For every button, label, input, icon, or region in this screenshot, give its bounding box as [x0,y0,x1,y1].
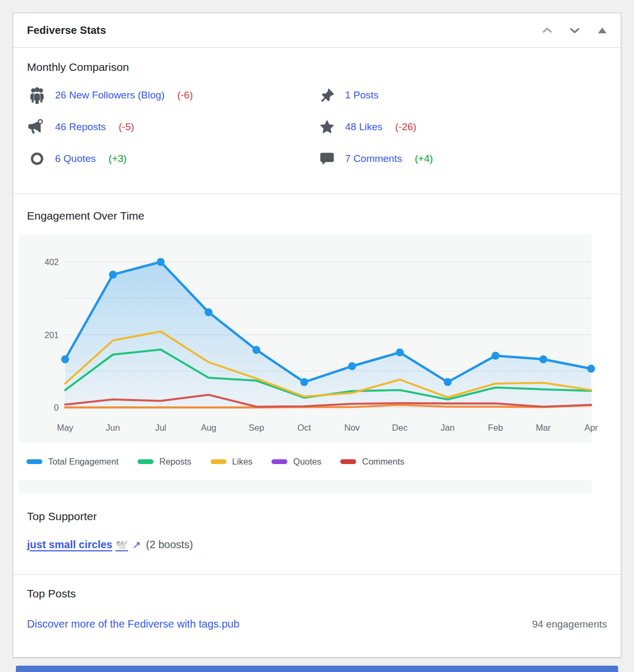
top-posts-section: Top Posts Discover more of the Fediverse… [13,574,621,630]
monthly-comparison-heading: Monthly Comparison [27,59,607,75]
groups-icon [27,86,47,105]
up-chevron-icon [542,28,553,33]
quotes-link[interactable]: 6 Quotes [55,153,96,165]
down-chevron-icon [569,28,580,33]
svg-text:402: 402 [44,258,59,267]
monthly-comparison-section: Monthly Comparison 26 New Followers (Blo… [13,48,621,194]
legend-item-reposts[interactable]: Reposts [138,457,192,467]
collapse-triangle-icon [598,28,606,33]
boost-count: (2 boosts) [146,539,193,551]
svg-text:Nov: Nov [345,423,360,432]
dove-emoji: 🕊️ [115,539,128,550]
circle-icon [27,151,47,167]
stat-quotes: 6 Quotes (+3) [27,148,317,169]
top-supporter-section: Top Supporter just small circles🕊️ ↗ (2 … [13,494,621,574]
svg-text:Jan: Jan [441,423,455,432]
svg-text:Apr: Apr [584,423,598,432]
stat-new-followers: 26 New Followers (Blog) (-6) [27,85,317,106]
chart-legend: Total Engagement Reposts Likes Quotes Co… [19,443,592,480]
chart-bottom-band [19,480,592,494]
engagement-chart[interactable]: 0201402MayJunJulAugSepOctNovDecJanFebMar… [19,234,592,443]
svg-text:May: May [57,423,74,432]
star-icon [317,119,337,135]
posts-link[interactable]: 1 Posts [345,89,378,101]
svg-text:Jul: Jul [155,423,166,432]
likes-delta: (-26) [395,121,416,133]
stat-comments: 7 Comments (+4) [317,148,607,169]
stat-reposts: 46 Reposts (-5) [27,116,317,138]
widget-title: Fediverse Stats [27,24,541,37]
fediverse-stats-widget: Fediverse Stats Monthly Comparison [13,13,621,658]
svg-text:0: 0 [54,403,59,412]
engagement-heading: Engagement Over Time [27,208,607,224]
next-widget-edge [16,666,618,672]
top-post-row: Discover more of the Fediverse with tags… [27,618,607,630]
comment-icon [317,151,337,167]
top-supporter-row: just small circles🕊️ ↗ (2 boosts) [27,535,607,553]
pushpin-icon [317,87,337,103]
top-supporter-heading: Top Supporter [27,508,607,524]
legend-label: Total Engagement [48,457,119,467]
quotes-delta: (+3) [108,153,126,165]
legend-swatch-quotes [271,459,287,464]
svg-text:Jun: Jun [106,423,120,432]
svg-text:Sep: Sep [249,423,264,432]
svg-text:Feb: Feb [488,423,503,432]
move-up-button[interactable] [541,24,553,36]
legend-item-likes[interactable]: Likes [211,457,253,467]
external-link-icon[interactable]: ↗ [132,539,141,551]
legend-swatch-total [26,459,42,464]
top-post-engagements: 94 engagements [532,619,607,630]
svg-text:Mar: Mar [536,423,551,432]
reposts-link[interactable]: 46 Reposts [55,121,106,133]
legend-swatch-likes [211,459,227,464]
collapse-button[interactable] [596,24,608,36]
svg-text:201: 201 [44,331,59,340]
new-followers-link[interactable]: 26 New Followers (Blog) [55,89,165,101]
widget-header: Fediverse Stats [13,13,621,48]
svg-text:Aug: Aug [201,423,216,432]
legend-label: Reposts [159,457,192,467]
legend-swatch-comments [340,459,356,464]
legend-item-total-engagement[interactable]: Total Engagement [26,457,119,467]
top-post-link[interactable]: Discover more of the Fediverse with tags… [27,618,239,630]
legend-label: Likes [232,457,253,467]
legend-item-quotes[interactable]: Quotes [271,457,321,467]
top-supporter-link[interactable]: just small circles🕊️ [27,539,128,551]
legend-swatch-reposts [138,459,153,464]
comments-link[interactable]: 7 Comments [345,153,402,165]
top-posts-heading: Top Posts [27,586,607,602]
stat-likes: 48 Likes (-26) [317,116,607,138]
svg-text:Dec: Dec [392,423,407,432]
reposts-delta: (-5) [119,121,134,133]
legend-item-comments[interactable]: Comments [340,457,404,467]
legend-label: Comments [362,457,404,467]
widget-header-controls [541,24,612,36]
engagement-chart-area: 0201402MayJunJulAugSepOctNovDecJanFebMar… [19,234,592,494]
comments-delta: (+4) [415,153,433,165]
new-followers-delta: (-6) [177,89,193,101]
engagement-section: Engagement Over Time 0201402MayJunJulAug… [13,194,621,494]
monthly-stats-grid: 26 New Followers (Blog) (-6) 1 Posts [27,85,607,169]
stat-posts: 1 Posts [317,85,607,106]
likes-link[interactable]: 48 Likes [345,121,383,133]
move-down-button[interactable] [569,24,581,36]
megaphone-icon [27,118,47,136]
legend-label: Quotes [293,457,321,467]
svg-text:Oct: Oct [297,423,311,432]
